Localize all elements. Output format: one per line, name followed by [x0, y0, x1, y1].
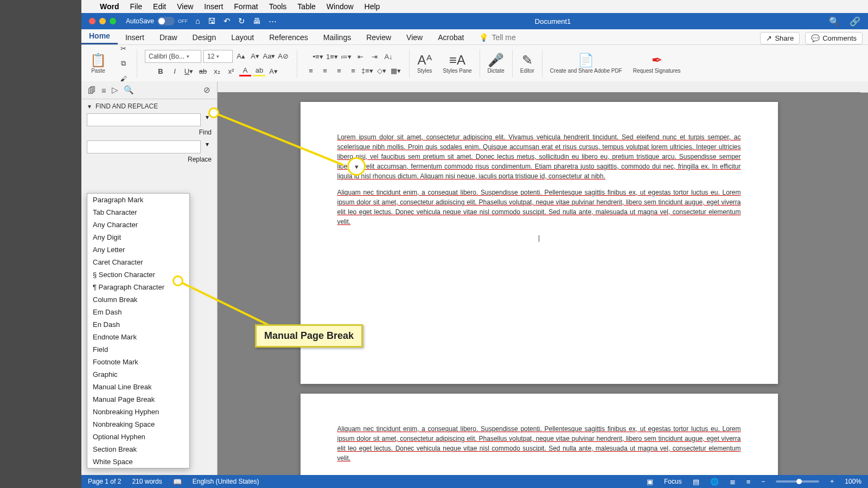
- copy-icon[interactable]: ⧉: [117, 57, 129, 69]
- bold-icon[interactable]: B: [155, 65, 167, 77]
- print-layout-icon[interactable]: ▤: [693, 478, 699, 486]
- share-link-icon[interactable]: 🔗: [850, 16, 860, 27]
- menu-table[interactable]: Table: [297, 2, 315, 11]
- save-icon[interactable]: 🖫: [208, 16, 216, 26]
- zoom-in-icon[interactable]: +: [830, 478, 834, 485]
- page-indicator[interactable]: Page 1 of 2: [88, 478, 121, 485]
- menu-insert[interactable]: Insert: [204, 2, 223, 11]
- language-indicator[interactable]: English (United States): [193, 478, 259, 485]
- tab-design[interactable]: Design: [185, 30, 224, 44]
- highlight-icon[interactable]: ab: [253, 65, 265, 76]
- strikethrough-icon[interactable]: ab: [197, 65, 209, 77]
- draft-icon[interactable]: ≡: [746, 478, 751, 486]
- menu-edit[interactable]: Edit: [153, 2, 166, 11]
- share-button[interactable]: ↗Share: [760, 32, 800, 44]
- thumbnails-icon[interactable]: 🗐: [88, 86, 96, 95]
- menu-help[interactable]: Help: [365, 2, 380, 11]
- more-icon[interactable]: ⋯: [269, 16, 277, 26]
- special-item-any-character[interactable]: Any Character: [87, 219, 189, 231]
- shading-icon[interactable]: ◇▾: [375, 65, 387, 76]
- decrease-indent-icon[interactable]: ⇤: [354, 50, 366, 62]
- autosave-toggle[interactable]: AutoSave OFF: [126, 17, 188, 25]
- home-icon[interactable]: ⌂: [195, 16, 200, 26]
- justify-icon[interactable]: ≡: [347, 65, 359, 76]
- special-item-any-letter[interactable]: Any Letter: [87, 243, 189, 256]
- numbering-icon[interactable]: 1≡▾: [326, 50, 338, 62]
- zoom-level[interactable]: 100%: [845, 478, 861, 485]
- line-spacing-icon[interactable]: ‡≡▾: [361, 65, 373, 76]
- special-item-manual-page-break[interactable]: Manual Page Break: [87, 393, 189, 406]
- change-case-icon[interactable]: Aa▾: [263, 50, 275, 62]
- increase-indent-icon[interactable]: ⇥: [368, 50, 380, 62]
- tab-layout[interactable]: Layout: [224, 30, 261, 44]
- search-icon[interactable]: 🔍: [829, 16, 840, 27]
- tell-me-search[interactable]: 💡Tell me: [471, 30, 523, 44]
- close-window-icon[interactable]: [89, 18, 95, 24]
- italic-icon[interactable]: I: [169, 65, 181, 77]
- sort-icon[interactable]: A↓: [382, 50, 394, 62]
- tab-draw[interactable]: Draw: [152, 30, 185, 44]
- paragraph-3[interactable]: Aliquam nec tincidunt enim, a consequat …: [337, 424, 741, 463]
- align-right-icon[interactable]: ≡: [333, 65, 345, 76]
- find-button[interactable]: Find: [199, 129, 212, 136]
- headings-icon[interactable]: ≡: [101, 86, 106, 95]
- tab-view[interactable]: View: [399, 30, 430, 44]
- special-item-field[interactable]: Field: [87, 343, 189, 356]
- tab-home[interactable]: Home: [81, 29, 118, 44]
- special-item-optional-hyphen[interactable]: Optional Hyphen: [87, 431, 189, 443]
- font-color-icon[interactable]: A: [239, 65, 251, 76]
- panel-title[interactable]: ▼ FIND AND REPLACE: [81, 99, 217, 113]
- align-center-icon[interactable]: ≡: [319, 65, 331, 76]
- undo-icon[interactable]: ↶: [224, 16, 231, 26]
- special-item-nonbreaking-space[interactable]: Nonbreaking Space: [87, 418, 189, 431]
- tab-references[interactable]: References: [261, 30, 316, 44]
- borders-icon[interactable]: ▦▾: [390, 65, 401, 76]
- zoom-window-icon[interactable]: [110, 18, 116, 24]
- special-item-white-space[interactable]: White Space: [87, 455, 189, 468]
- font-name-combo[interactable]: Calibri (Bo...▾: [145, 50, 201, 63]
- replace-special-dropdown-icon[interactable]: ▾: [203, 140, 212, 153]
- menu-view[interactable]: View: [177, 2, 193, 11]
- special-item-any-digit[interactable]: Any Digit: [87, 231, 189, 243]
- special-item-footnote-mark[interactable]: Footnote Mark: [87, 356, 189, 368]
- dictate-button[interactable]: 🎤Dictate: [484, 54, 508, 74]
- switch-icon[interactable]: [157, 17, 175, 25]
- menu-file[interactable]: File: [130, 2, 143, 11]
- close-panel-icon[interactable]: ⊘: [203, 85, 210, 95]
- special-item-tab-character[interactable]: Tab Character: [87, 206, 189, 219]
- search-icon[interactable]: 🔍: [124, 85, 134, 95]
- redo-icon[interactable]: ↻: [238, 16, 245, 26]
- focus-label[interactable]: Focus: [664, 478, 682, 485]
- document-canvas[interactable]: Lorem ipsum dolor sit amet, consectetur …: [218, 92, 860, 475]
- create-pdf-button[interactable]: 📄Create and Share Adobe PDF: [547, 54, 626, 74]
- app-name[interactable]: Word: [100, 2, 119, 11]
- comments-button[interactable]: 💬Comments: [805, 32, 863, 44]
- web-layout-icon[interactable]: 🌐: [710, 478, 719, 486]
- zoom-slider[interactable]: [776, 480, 819, 483]
- shrink-font-icon[interactable]: A▾: [249, 50, 261, 62]
- multilevel-icon[interactable]: ≔▾: [340, 50, 352, 62]
- bullets-icon[interactable]: •≡▾: [312, 50, 324, 62]
- paragraph-2[interactable]: Aliquam nec tincidunt enim, a consequat …: [337, 188, 741, 227]
- replace-button[interactable]: Replace: [188, 156, 212, 163]
- menu-format[interactable]: Format: [234, 2, 258, 11]
- minimize-window-icon[interactable]: [99, 18, 106, 24]
- special-item-manual-line-break[interactable]: Manual Line Break: [87, 381, 189, 393]
- request-signatures-button[interactable]: ✒Request Signatures: [630, 54, 684, 74]
- find-input[interactable]: [87, 113, 201, 126]
- spellcheck-icon[interactable]: 📖: [173, 478, 182, 486]
- replace-input[interactable]: [87, 140, 201, 153]
- print-icon[interactable]: 🖶: [253, 16, 261, 26]
- zoom-out-icon[interactable]: −: [761, 478, 765, 485]
- focus-icon[interactable]: ▣: [647, 478, 653, 486]
- clear-format-icon[interactable]: A⊘: [277, 50, 289, 62]
- word-count[interactable]: 210 words: [132, 478, 162, 485]
- tab-review[interactable]: Review: [359, 30, 399, 44]
- align-left-icon[interactable]: ≡: [305, 65, 317, 76]
- special-item-paragraph-mark[interactable]: Paragraph Mark: [87, 194, 189, 206]
- subscript-icon[interactable]: x₂: [211, 65, 223, 77]
- grow-font-icon[interactable]: A▴: [235, 50, 247, 62]
- special-item-endnote-mark[interactable]: Endnote Mark: [87, 331, 189, 343]
- styles-pane-button[interactable]: ≡AStyles Pane: [439, 54, 475, 74]
- special-item-em-dash[interactable]: Em Dash: [87, 306, 189, 318]
